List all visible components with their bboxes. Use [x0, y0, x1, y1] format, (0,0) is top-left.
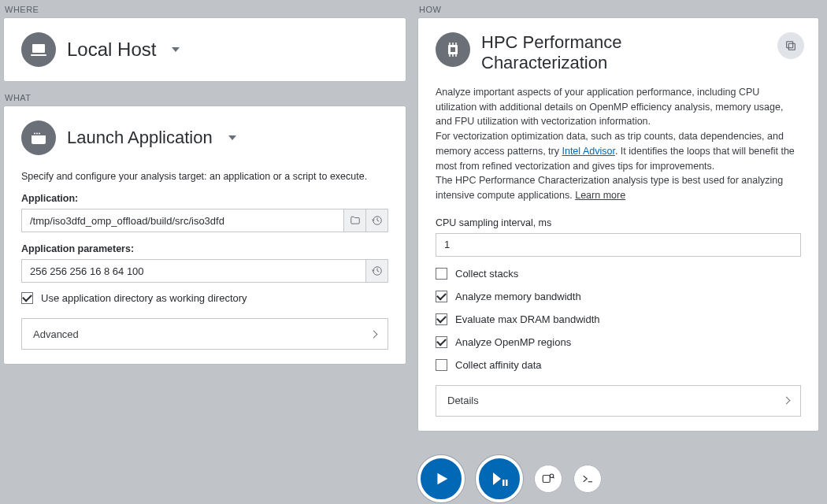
copy-button[interactable]: [777, 32, 804, 59]
application-label: Application:: [21, 193, 388, 204]
history-button[interactable]: [366, 209, 388, 232]
collect-affinity-label: Collect affinity data: [455, 359, 542, 371]
history-icon: [372, 215, 383, 226]
svg-rect-10: [451, 47, 455, 52]
what-title: Launch Application: [67, 128, 213, 148]
use-app-dir-label: Use application directory as working dir…: [41, 292, 247, 304]
chevron-down-icon[interactable]: [172, 47, 180, 52]
what-section-label: WHAT: [3, 91, 406, 106]
use-app-dir-checkbox[interactable]: [21, 292, 33, 304]
learn-more-link[interactable]: Learn more: [575, 190, 625, 201]
params-history-button[interactable]: [366, 259, 388, 283]
svg-rect-1: [31, 54, 46, 56]
svg-rect-20: [506, 480, 508, 486]
play-pause-icon: [490, 469, 509, 488]
where-title: Local Host: [67, 39, 156, 61]
chevron-right-icon: [370, 330, 378, 338]
collect-stacks-label: Collect stacks: [455, 268, 518, 280]
copy-icon: [784, 39, 797, 52]
where-header[interactable]: Local Host: [21, 32, 388, 67]
terminal-icon: [580, 472, 595, 486]
application-icon: [21, 120, 56, 155]
advanced-label: Advanced: [33, 328, 79, 340]
binary-icon: [541, 472, 555, 486]
where-section-label: WHERE: [3, 3, 406, 17]
play-icon: [432, 470, 450, 487]
details-expander[interactable]: Details: [436, 385, 801, 417]
browse-button[interactable]: [344, 209, 366, 232]
binary-button[interactable]: [534, 465, 562, 493]
analyze-openmp-checkbox[interactable]: [436, 336, 447, 348]
params-input[interactable]: [21, 259, 366, 283]
analyze-mem-bw-checkbox[interactable]: [436, 291, 447, 302]
svg-line-23: [553, 477, 554, 479]
intel-advisor-link[interactable]: Intel Advisor: [562, 146, 614, 157]
svg-point-5: [36, 133, 38, 135]
svg-point-6: [39, 133, 40, 135]
history-icon: [372, 265, 383, 276]
svg-point-4: [34, 133, 35, 135]
how-section-label: HOW: [417, 3, 819, 17]
collect-stacks-checkbox[interactable]: [436, 268, 447, 280]
sampling-label: CPU sampling interval, ms: [436, 217, 801, 228]
what-header[interactable]: Launch Application: [21, 120, 388, 155]
what-card: Launch Application Specify and configure…: [3, 106, 406, 365]
svg-rect-21: [543, 476, 550, 483]
eval-dram-checkbox[interactable]: [436, 313, 447, 325]
start-paused-button[interactable]: [476, 455, 523, 502]
chevron-right-icon: [783, 397, 791, 405]
laptop-icon: [21, 32, 56, 67]
svg-rect-0: [32, 44, 45, 53]
analyze-mem-bw-label: Analyze memory bandwidth: [455, 291, 581, 302]
how-card: HPC Performance Characterization Analyze…: [417, 17, 819, 432]
svg-rect-18: [787, 42, 793, 48]
collect-affinity-checkbox[interactable]: [436, 359, 447, 371]
params-label: Application parameters:: [21, 243, 388, 254]
svg-rect-17: [788, 43, 795, 50]
what-subhead: Specify and configure your analysis targ…: [21, 171, 388, 182]
action-buttons: [417, 455, 602, 502]
command-line-button[interactable]: [573, 465, 602, 493]
svg-rect-19: [503, 480, 505, 486]
where-card: Local Host: [3, 17, 406, 82]
start-button[interactable]: [417, 455, 465, 502]
application-input[interactable]: [21, 209, 344, 232]
analyze-openmp-label: Analyze OpenMP regions: [455, 336, 571, 348]
how-title: HPC Performance Characterization: [481, 32, 749, 74]
eval-dram-label: Evaluate max DRAM bandwidth: [455, 313, 600, 325]
chevron-down-icon[interactable]: [228, 135, 236, 140]
how-description: Analyze important aspects of your applic…: [436, 85, 801, 203]
advanced-expander[interactable]: Advanced: [21, 318, 388, 350]
sampling-input[interactable]: [436, 233, 801, 257]
chip-icon: [436, 32, 470, 67]
how-header[interactable]: HPC Performance Characterization: [436, 32, 801, 74]
folder-icon: [350, 215, 361, 226]
details-label: Details: [447, 395, 479, 406]
